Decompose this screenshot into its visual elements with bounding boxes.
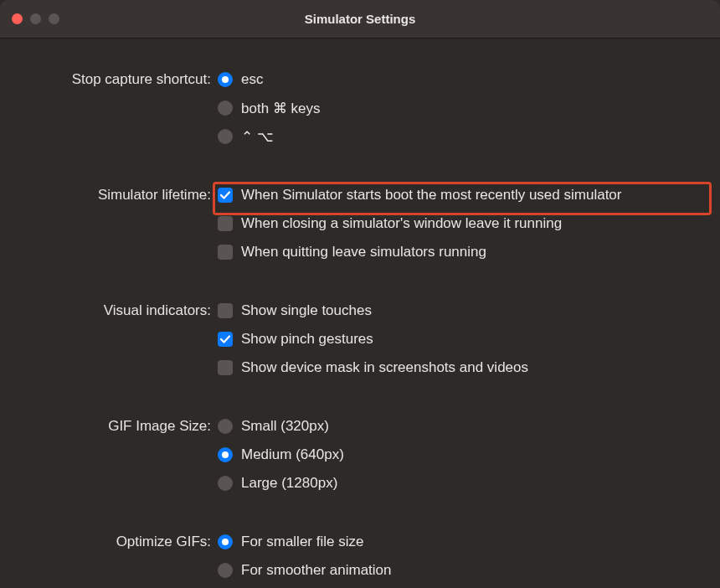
checkbox-boot-recent[interactable]	[218, 188, 233, 203]
gif-image-size-label: GIF Image Size:	[20, 418, 218, 435]
window-title: Simulator Settings	[0, 12, 720, 26]
radio-esc-label[interactable]: esc	[241, 71, 263, 88]
section-gif-image-size: GIF Image Size: Small (320px) Medium (64…	[20, 412, 700, 498]
radio-smoother-anim[interactable]	[218, 563, 233, 578]
visual-indicators-label: Visual indicators:	[20, 302, 218, 319]
titlebar: Simulator Settings	[0, 0, 720, 39]
radio-smaller-file[interactable]	[218, 534, 233, 549]
radio-both-cmd-label[interactable]: both ⌘ keys	[241, 100, 321, 117]
section-stop-capture: Stop capture shortcut: esc both ⌘ keys ⌃…	[20, 65, 700, 151]
checkbox-pinch-gestures-label[interactable]: Show pinch gestures	[241, 331, 373, 348]
simulator-lifetime-label: Simulator lifetime:	[20, 187, 218, 204]
radio-ctrl-opt-label[interactable]: ⌃ ⌥	[241, 130, 274, 144]
checkbox-leave-running-close-label[interactable]: When closing a simulator's window leave …	[241, 215, 562, 232]
radio-gif-medium-label[interactable]: Medium (640px)	[241, 446, 344, 463]
checkbox-leave-running-close[interactable]	[218, 216, 233, 231]
checkbox-boot-recent-label[interactable]: When Simulator starts boot the most rece…	[241, 187, 621, 204]
section-visual-indicators: Visual indicators: Show single touches S…	[20, 297, 700, 382]
section-optimize-gifs: Optimize GIFs: For smaller file size For…	[20, 528, 700, 585]
checkbox-device-mask[interactable]	[218, 360, 233, 375]
radio-smoother-anim-label[interactable]: For smoother animation	[241, 562, 392, 579]
radio-gif-medium[interactable]	[218, 447, 233, 462]
settings-content: Stop capture shortcut: esc both ⌘ keys ⌃…	[0, 39, 720, 588]
radio-gif-small-label[interactable]: Small (320px)	[241, 418, 329, 435]
stop-capture-label: Stop capture shortcut:	[20, 71, 218, 88]
radio-gif-large-label[interactable]: Large (1280px)	[241, 475, 337, 492]
checkbox-device-mask-label[interactable]: Show device mask in screenshots and vide…	[241, 359, 528, 376]
close-window-button[interactable]	[12, 13, 23, 24]
window-controls	[0, 13, 59, 24]
radio-ctrl-opt[interactable]	[218, 129, 233, 144]
checkbox-single-touches-label[interactable]: Show single touches	[241, 302, 372, 319]
radio-esc[interactable]	[218, 72, 233, 87]
optimize-gifs-label: Optimize GIFs:	[20, 534, 218, 550]
maximize-window-button[interactable]	[49, 13, 59, 24]
section-simulator-lifetime: Simulator lifetime: When Simulator start…	[20, 181, 700, 266]
radio-gif-large[interactable]	[218, 476, 233, 491]
checkbox-pinch-gestures[interactable]	[218, 332, 233, 347]
checkbox-leave-running-quit-label[interactable]: When quitting leave simulators running	[241, 244, 486, 260]
radio-smaller-file-label[interactable]: For smaller file size	[241, 534, 363, 550]
radio-both-cmd[interactable]	[218, 101, 233, 116]
minimize-window-button[interactable]	[30, 13, 41, 24]
checkbox-leave-running-quit[interactable]	[218, 245, 233, 260]
radio-gif-small[interactable]	[218, 419, 233, 434]
checkbox-single-touches[interactable]	[218, 303, 233, 318]
